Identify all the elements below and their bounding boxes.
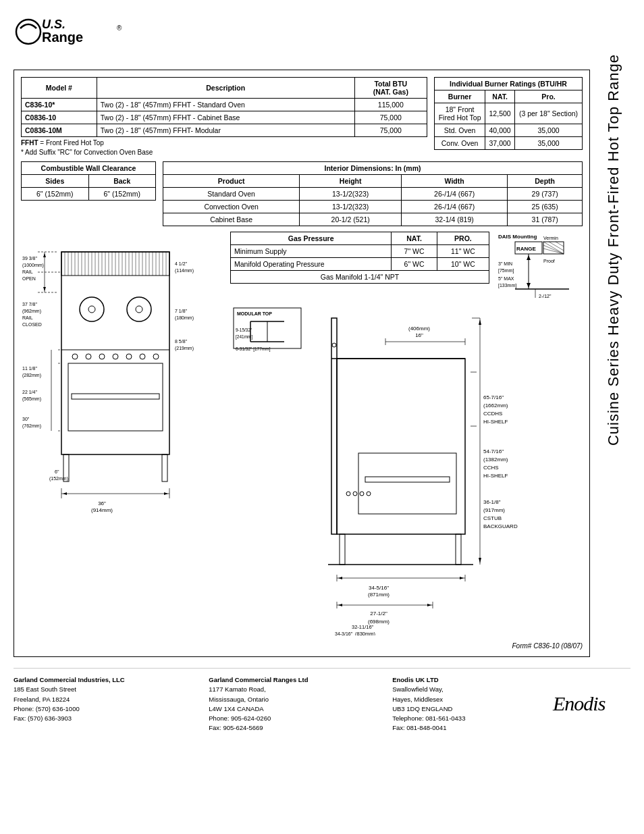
svg-text:Proof: Proof xyxy=(543,259,555,263)
svg-text:39 3/8": 39 3/8" xyxy=(22,256,37,261)
svg-rect-126 xyxy=(340,534,345,565)
form-number: Form# C836-10 (08/07) xyxy=(230,642,583,650)
gas-manifold: Gas Manifold 1-1/4" NPT xyxy=(231,271,489,284)
burner-pro: (3 per 18" Section) xyxy=(515,103,583,124)
product-name: Convection Oven xyxy=(163,201,300,213)
company-name-3: Enodis UK LTD xyxy=(392,675,465,685)
svg-text:37 7/8": 37 7/8" xyxy=(22,302,37,307)
fax-2: Fax: 905-624-5669 xyxy=(209,723,308,733)
svg-point-45 xyxy=(86,354,91,359)
us-range-logo: U.S. Range ® xyxy=(14,14,149,51)
product-height: 20-1/2 (521) xyxy=(300,213,402,226)
table-row: Std. Oven 40,000 35,000 xyxy=(435,124,583,137)
svg-text:(114mm): (114mm) xyxy=(175,268,194,273)
address-3-3: UB3 1DQ ENGLAND xyxy=(392,704,465,714)
svg-text:34-3/16": 34-3/16" xyxy=(335,631,353,635)
burner-pro: 35,000 xyxy=(515,124,583,137)
svg-marker-71 xyxy=(164,492,168,495)
table-row: Gas Manifold 1-1/4" NPT xyxy=(231,271,489,284)
side-title: Cuisine Series Heavy Duty Front-Fired Ho… xyxy=(605,54,639,446)
table-row: Conv. Oven 37,000 35,000 xyxy=(435,137,583,150)
svg-point-48 xyxy=(126,354,132,359)
svg-text:22 1/4": 22 1/4" xyxy=(22,390,37,394)
svg-point-171 xyxy=(353,492,357,496)
svg-text:27-1/2": 27-1/2" xyxy=(370,610,387,617)
model-id: C0836-10M xyxy=(22,124,97,137)
address-3-1: Swallowfield Way, xyxy=(392,685,465,694)
clearance-table: Combustible Wall Clearance Sides Back 6"… xyxy=(21,161,156,201)
svg-marker-57 xyxy=(43,287,46,291)
footer-col-1: Garland Commercial Industries, LLC 185 E… xyxy=(14,675,125,723)
gas-label: Manifold Operating Pressure xyxy=(231,258,392,271)
product-col: Product xyxy=(163,175,300,188)
svg-text:CCHS: CCHS xyxy=(483,465,499,471)
footer-col-2: Garland Commercial Ranges Ltd 1177 Kamat… xyxy=(209,675,308,733)
address-1-2: Freeland, PA 18224 xyxy=(14,695,125,704)
company-name-1: Garland Commercial Industries, LLC xyxy=(14,675,125,685)
right-section: Gas Pressure NAT. PRO. Minimum Supply 7"… xyxy=(230,232,583,650)
product-depth: 25 (635) xyxy=(508,201,583,213)
svg-text:(830mm): (830mm) xyxy=(355,631,376,635)
svg-marker-106 xyxy=(527,283,531,288)
svg-marker-150 xyxy=(479,319,481,325)
gas-label: Minimum Supply xyxy=(231,245,392,258)
svg-text:4 1/2": 4 1/2" xyxy=(175,261,188,266)
svg-point-176 xyxy=(332,343,336,347)
burner-name: Std. Oven xyxy=(435,124,485,137)
burner-nat: 37,000 xyxy=(485,137,515,150)
burner-pro: 35,000 xyxy=(515,137,583,150)
svg-text:Range: Range xyxy=(42,30,83,45)
footer: Garland Commercial Industries, LLC 185 E… xyxy=(14,668,630,733)
svg-text:16": 16" xyxy=(415,332,423,338)
product-height: 13-1/2(323) xyxy=(300,188,402,201)
svg-rect-127 xyxy=(456,534,461,565)
svg-rect-175 xyxy=(365,477,450,482)
svg-text:DAIS Mounting: DAIS Mounting xyxy=(498,234,537,240)
gas-pro: 10" WC xyxy=(437,258,489,271)
product-depth: 31 (787) xyxy=(508,213,583,226)
svg-text:RANGE: RANGE xyxy=(516,246,537,252)
gas-pressure-title: Gas Pressure xyxy=(231,232,392,245)
svg-text:CCDHS: CCDHS xyxy=(483,411,502,417)
enodis-logo-svg: Enodis xyxy=(549,685,630,719)
svg-text:6": 6" xyxy=(55,469,59,474)
nat-col: NAT. xyxy=(485,90,515,103)
svg-point-170 xyxy=(346,492,350,496)
gas-nat: 6" WC xyxy=(392,258,437,271)
phone-3: Telephone: 081-561-0433 xyxy=(392,714,465,723)
gas-pro: 11" WC xyxy=(437,245,489,258)
gas-pressure-table: Gas Pressure NAT. PRO. Minimum Supply 7"… xyxy=(230,232,489,301)
sides-header: Sides xyxy=(22,175,89,188)
svg-point-47 xyxy=(113,354,118,359)
product-width: 26-/1/4 (667) xyxy=(402,201,508,213)
svg-text:(219mm): (219mm) xyxy=(175,346,194,351)
svg-point-50 xyxy=(153,354,159,359)
side-elevation-svg: MODULAR TOP 9-15/32" [241mm] 6-31/32" [1… xyxy=(230,305,541,635)
svg-point-49 xyxy=(140,354,145,359)
svg-marker-56 xyxy=(43,253,46,257)
clearance-title: Combustible Wall Clearance xyxy=(22,162,156,175)
table-row: 18" FrontFired Hot Top 12,500 (3 per 18"… xyxy=(435,103,583,124)
svg-text:(180mm): (180mm) xyxy=(175,315,194,321)
svg-line-98 xyxy=(543,245,564,254)
logo-container: U.S. Range ® xyxy=(14,14,149,51)
width-col: Width xyxy=(402,175,508,188)
svg-text:34-5/16": 34-5/16" xyxy=(369,585,389,591)
svg-marker-151 xyxy=(479,558,481,563)
svg-point-173 xyxy=(367,492,371,496)
model-btu: 75,000 xyxy=(354,111,427,124)
gas-nat: 7" WC xyxy=(392,245,437,258)
address-2-1: 1177 Kamato Road, xyxy=(209,685,308,694)
table-row: Standard Oven 13-1/2(323) 26-/1/4 (667) … xyxy=(163,188,583,201)
table-row: Cabinet Base 20-1/2 (521) 32-1/4 (819) 3… xyxy=(163,213,583,226)
svg-text:RAIL: RAIL xyxy=(22,315,33,320)
table-row: Convection Oven 13-1/2(323) 26-/1/4 (667… xyxy=(163,201,583,213)
svg-marker-132 xyxy=(338,577,342,579)
table-row: C0836-10M Two (2) - 18" (457mm) FFHT- Mo… xyxy=(22,124,427,137)
drawings-section: 39 3/8" (1000mm) RAIL OPEN 37 7/8" (962m… xyxy=(21,232,583,650)
svg-text:65-7/16": 65-7/16" xyxy=(483,394,504,400)
svg-text:[241mm]: [241mm] xyxy=(236,334,252,340)
svg-text:CSTUB: CSTUB xyxy=(483,515,502,521)
phone-2: Phone: 905-624-0260 xyxy=(209,714,308,723)
top-tables: Model # Description Total BTU(NAT. Gas) … xyxy=(21,77,583,156)
